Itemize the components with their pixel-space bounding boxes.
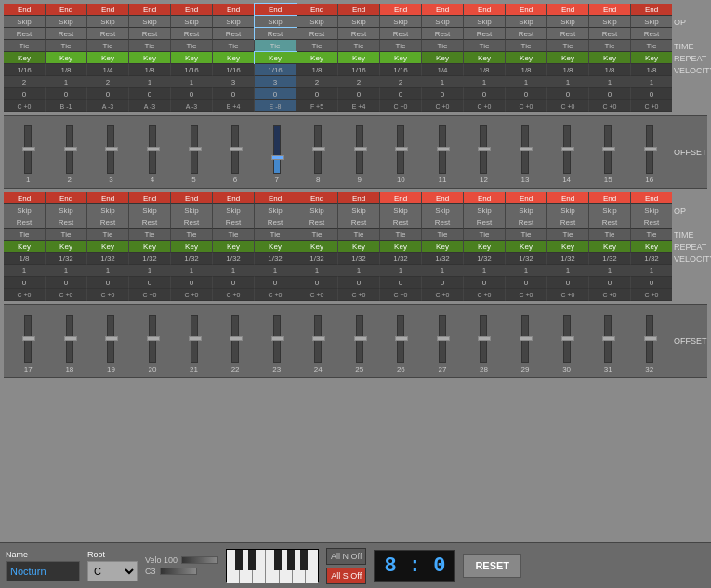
bot-cell-10[interactable]: Skip	[422, 204, 464, 216]
slider-track-30[interactable]	[563, 315, 571, 363]
black-key-2[interactable]	[248, 550, 256, 570]
top-cell-3[interactable]: Tie	[129, 40, 171, 52]
bot-cell-0[interactable]: C +0	[4, 289, 46, 301]
bot-cell-12[interactable]: Key	[506, 241, 547, 253]
top-cell-4[interactable]: 1	[171, 76, 213, 88]
top-cell-6[interactable]: 3	[255, 76, 296, 88]
slider-track-9[interactable]	[356, 125, 363, 174]
top-cell-1[interactable]: Tie	[46, 40, 87, 52]
top-cell-12[interactable]: Rest	[506, 28, 547, 40]
bot-cell-13[interactable]: End	[547, 192, 589, 204]
root-select[interactable]: CC#DD# EFF#G G#AA#B	[87, 561, 138, 581]
slider-handle-18[interactable]	[64, 336, 77, 341]
bot-cell-13[interactable]: C +0	[547, 289, 589, 301]
bot-cell-0[interactable]: Key	[4, 241, 46, 253]
bot-cell-15[interactable]: Rest	[631, 216, 672, 229]
bot-cell-0[interactable]: 1/8	[4, 253, 46, 265]
bot-cell-10[interactable]: Tie	[422, 229, 464, 241]
top-cell-9[interactable]: C +0	[380, 100, 422, 112]
bot-cell-7[interactable]: 1	[296, 265, 338, 277]
slider-handle-7[interactable]	[271, 155, 284, 160]
slider-track-2[interactable]	[66, 125, 73, 174]
top-cell-13[interactable]: Rest	[547, 28, 589, 40]
bot-cell-7[interactable]: End	[296, 192, 338, 204]
slider-handle-5[interactable]	[189, 147, 202, 151]
slider-track-29[interactable]	[521, 315, 529, 363]
slider-handle-24[interactable]	[312, 336, 325, 341]
slider-track-15[interactable]	[604, 125, 612, 174]
slider-handle-8[interactable]	[312, 147, 325, 151]
slider-handle-22[interactable]	[230, 336, 243, 341]
bot-cell-14[interactable]: C +0	[589, 289, 631, 301]
top-cell-12[interactable]: Key	[506, 52, 547, 64]
slider-handle-32[interactable]	[644, 336, 657, 341]
bot-cell-8[interactable]: 1/32	[338, 253, 380, 265]
top-cell-7[interactable]: Key	[296, 52, 338, 64]
bot-cell-1[interactable]: Skip	[46, 204, 87, 216]
bot-cell-2[interactable]: C +0	[87, 289, 129, 301]
top-cell-6[interactable]: Tie	[255, 40, 296, 52]
bot-cell-0[interactable]: 0	[4, 277, 46, 289]
slider-track-22[interactable]	[231, 315, 239, 363]
top-cell-9[interactable]: End	[380, 4, 422, 16]
top-cell-10[interactable]: 1	[422, 76, 464, 88]
top-cell-2[interactable]: Tie	[87, 40, 129, 52]
top-cell-8[interactable]: 1/16	[338, 64, 380, 76]
top-cell-11[interactable]: Skip	[464, 16, 506, 28]
slider-handle-26[interactable]	[395, 336, 408, 341]
top-cell-13[interactable]: 1	[547, 76, 589, 88]
top-cell-11[interactable]: 1/8	[464, 64, 506, 76]
slider-track-11[interactable]	[439, 125, 446, 174]
top-cell-15[interactable]: Key	[631, 52, 672, 64]
bot-cell-15[interactable]: Key	[631, 241, 672, 253]
bot-cell-15[interactable]: Tie	[631, 229, 672, 241]
top-cell-6[interactable]: Rest	[255, 28, 296, 40]
top-cell-12[interactable]: End	[506, 4, 547, 16]
slider-track-8[interactable]	[314, 125, 322, 174]
bot-cell-13[interactable]: Skip	[547, 204, 589, 216]
bot-cell-11[interactable]: 1/32	[464, 253, 506, 265]
top-cell-4[interactable]: Tie	[171, 40, 213, 52]
top-cell-9[interactable]: 1/16	[380, 64, 422, 76]
top-cell-14[interactable]: 1/8	[589, 64, 631, 76]
top-cell-0[interactable]: End	[4, 4, 46, 16]
bot-cell-5[interactable]: End	[213, 192, 255, 204]
slider-handle-27[interactable]	[437, 336, 450, 341]
bot-cell-13[interactable]: 0	[547, 277, 589, 289]
top-cell-3[interactable]: 0	[129, 88, 171, 100]
slider-track-17[interactable]	[24, 315, 32, 363]
top-cell-2[interactable]: Rest	[87, 28, 129, 40]
top-cell-12[interactable]: 1/8	[506, 64, 547, 76]
top-cell-9[interactable]: Key	[380, 52, 422, 64]
top-cell-0[interactable]: 0	[4, 88, 46, 100]
bot-cell-2[interactable]: Key	[87, 241, 129, 253]
top-cell-10[interactable]: Rest	[422, 28, 464, 40]
top-cell-14[interactable]: Key	[589, 52, 631, 64]
bot-cell-12[interactable]: 1/32	[506, 253, 547, 265]
slider-track-5[interactable]	[191, 125, 198, 174]
slider-handle-9[interactable]	[354, 147, 367, 151]
top-cell-6[interactable]: Skip	[255, 16, 296, 28]
top-cell-9[interactable]: 0	[380, 88, 422, 100]
slider-handle-23[interactable]	[271, 336, 284, 341]
bot-cell-12[interactable]: 1	[506, 265, 547, 277]
slider-handle-17[interactable]	[22, 336, 35, 341]
bot-cell-8[interactable]: C +0	[338, 289, 380, 301]
top-cell-7[interactable]: Tie	[296, 40, 338, 52]
bot-cell-10[interactable]: End	[422, 192, 464, 204]
bot-cell-13[interactable]: 1	[547, 265, 589, 277]
top-cell-2[interactable]: Skip	[87, 16, 129, 28]
slider-handle-31[interactable]	[602, 336, 615, 341]
bot-cell-6[interactable]: Tie	[255, 229, 296, 241]
bot-cell-11[interactable]: Skip	[464, 204, 506, 216]
top-cell-0[interactable]: 2	[4, 76, 46, 88]
top-cell-11[interactable]: 1	[464, 76, 506, 88]
slider-track-20[interactable]	[149, 315, 156, 363]
bot-cell-8[interactable]: 1	[338, 265, 380, 277]
top-cell-9[interactable]: 2	[380, 76, 422, 88]
black-key-4[interactable]	[287, 550, 295, 570]
bot-cell-11[interactable]: 1	[464, 265, 506, 277]
top-cell-5[interactable]: Key	[213, 52, 255, 64]
bot-cell-3[interactable]: Tie	[129, 229, 171, 241]
bot-cell-3[interactable]: End	[129, 192, 171, 204]
